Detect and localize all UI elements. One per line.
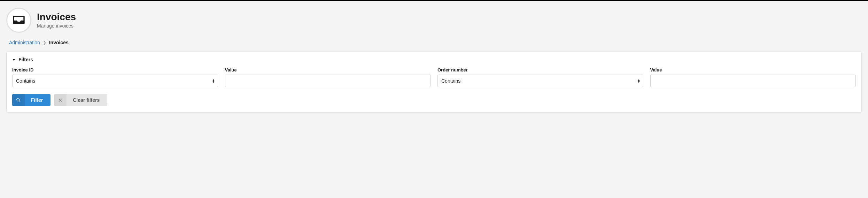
- invoice-id-label: Invoice ID: [12, 67, 218, 73]
- breadcrumb-current: Invoices: [49, 40, 69, 45]
- invoice-id-value-input[interactable]: [225, 75, 431, 87]
- breadcrumb: Administration ❯ Invoices: [6, 40, 862, 45]
- page-subtitle: Manage invoices: [37, 23, 76, 29]
- page-icon-circle: [6, 8, 31, 33]
- filters-form: Invoice ID Contains ▲▼ Value Order numbe…: [12, 67, 856, 87]
- filter-button-label: Filter: [25, 97, 51, 103]
- invoice-id-operator-select[interactable]: Contains: [12, 75, 218, 87]
- page-header: Invoices Manage invoices: [6, 8, 862, 33]
- invoice-id-value-label: Value: [225, 67, 431, 73]
- filter-button[interactable]: Filter: [12, 94, 51, 106]
- page-title: Invoices: [37, 12, 76, 23]
- order-number-value-label: Value: [650, 67, 856, 73]
- search-icon: [12, 94, 25, 106]
- clear-filters-button-label: Clear filters: [67, 97, 107, 103]
- chevron-right-icon: ❯: [43, 40, 46, 45]
- caret-down-icon: ▼: [12, 58, 16, 62]
- clear-filters-button[interactable]: Clear filters: [54, 94, 107, 106]
- order-number-operator-select[interactable]: Contains: [437, 75, 643, 87]
- filters-title: Filters: [18, 57, 33, 62]
- close-icon: [54, 94, 67, 106]
- breadcrumb-parent-link[interactable]: Administration: [9, 40, 40, 45]
- order-number-label: Order number: [437, 67, 643, 73]
- inbox-icon: [12, 13, 26, 28]
- filters-panel: ▼ Filters Invoice ID Contains ▲▼ Value O…: [6, 52, 862, 113]
- order-number-value-input[interactable]: [650, 75, 856, 87]
- filters-toggle[interactable]: ▼ Filters: [12, 57, 856, 62]
